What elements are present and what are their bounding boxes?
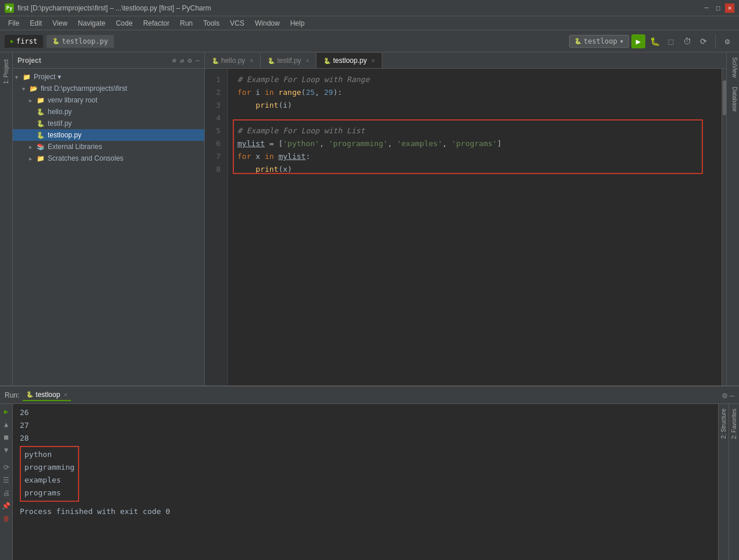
menu-refactor[interactable]: Refactor [138, 18, 174, 29]
run-list-icon[interactable]: ☰ [1, 475, 12, 485]
panel-icon-add[interactable]: ⊕ [172, 56, 176, 65]
var-x: x [255, 152, 265, 161]
line-num-2: 2 [207, 86, 225, 99]
indent-2 [237, 165, 255, 173]
editor-tab-testif[interactable]: 🐍 testif.py × [261, 53, 317, 68]
structure-label[interactable]: 2: Structure [719, 404, 728, 444]
run-down-icon[interactable]: ▼ [1, 445, 12, 455]
fn-print-1: print [255, 101, 278, 109]
editor-tab-testloop-close[interactable]: × [371, 58, 375, 64]
line-numbers: 1 2 3 4 5 6 7 8 [205, 69, 228, 385]
folder-icon-venv: 📁 [36, 95, 45, 105]
output-process-msg: Process finished with exit code 0 [20, 505, 711, 518]
code-line-4 [237, 112, 712, 125]
window-title: first [D:\pycharmprojects\first] – ...\t… [17, 4, 211, 12]
sciview-label[interactable]: SciView [727, 52, 739, 82]
str-python: 'python' [283, 139, 319, 148]
run-stop-icon[interactable]: ■ [1, 432, 12, 442]
folder-icon-extlibs: 📚 [36, 142, 45, 151]
tree-item-venv[interactable]: ▸ 📁 venv library root [13, 94, 204, 106]
tree-label-extlibs: External Libraries [48, 143, 102, 151]
menu-file[interactable]: File [3, 18, 24, 29]
menu-view[interactable]: View [48, 18, 72, 29]
code-line-6: mylist = ['python', 'programming', 'exam… [237, 137, 712, 150]
editor-tab-testif-close[interactable]: × [306, 58, 310, 64]
py-icon-testloop: 🐍 [36, 130, 45, 140]
tree-item-scratches[interactable]: ▸ 📁 Scratches and Consoles [13, 153, 204, 164]
run-rerun-icon[interactable]: ⟳ [1, 462, 12, 473]
tree-item-root[interactable]: ▾ 📁 Project ▾ [13, 71, 204, 83]
editor-tab-hello[interactable]: 🐍 hello.py × [205, 53, 261, 68]
bottom-tab-testloop[interactable]: 🐍 testloop × [23, 389, 70, 401]
settings-toolbar-button[interactable]: ⚙ [720, 34, 734, 48]
toolbar-tab-testloop[interactable]: 🐍 testloop.py [47, 35, 113, 48]
close-button[interactable]: ✕ [725, 3, 734, 13]
num-25: 25 [305, 88, 315, 97]
project-panel-label[interactable]: 1: Project [2, 57, 10, 86]
menu-vcs[interactable]: VCS [225, 18, 249, 29]
tree-item-testloop[interactable]: 🐍 testloop.py [13, 129, 204, 141]
kw-for-2: for [237, 152, 255, 161]
str-programming: 'programming' [329, 139, 388, 148]
menu-help[interactable]: Help [286, 18, 310, 29]
run-print-icon[interactable]: 🖨 [1, 488, 12, 498]
py-icon-testif: 🐍 [36, 119, 45, 128]
tree-item-testif[interactable]: 🐍 testif.py [13, 118, 204, 129]
tree-arrow-first: ▾ [22, 86, 29, 92]
bottom-minimize-icon[interactable]: – [730, 391, 734, 400]
tree-label-testloop: testloop.py [48, 131, 81, 139]
minimize-button[interactable]: ─ [702, 3, 711, 13]
menu-edit[interactable]: Edit [25, 18, 47, 29]
editor-tab-hello-close[interactable]: × [250, 58, 253, 64]
run-pin-icon[interactable]: 📌 [1, 501, 12, 511]
tree-label-testif: testif.py [48, 119, 72, 127]
code-editor[interactable]: # Example For Loop with Range for i in r… [228, 69, 722, 385]
tree-item-hello[interactable]: 🐍 hello.py [13, 106, 204, 118]
tree-item-first[interactable]: ▾ 📂 first D:\pycharmprojects\first [13, 83, 204, 94]
editor-area: 🐍 hello.py × 🐍 testif.py × 🐍 testloop.py… [205, 52, 726, 385]
maximize-button[interactable]: □ [713, 3, 723, 13]
tree-label-first: first D:\pycharmprojects\first [41, 84, 127, 93]
toolbar-tab-first[interactable]: ▶ first [5, 35, 43, 48]
run-play-icon[interactable]: ▶ [1, 406, 12, 417]
debug-button[interactable]: 🐛 [648, 34, 662, 48]
line-num-8: 8 [207, 163, 225, 176]
bottom-tab-close-icon[interactable]: × [63, 391, 67, 398]
favorites-label[interactable]: 2: Favorites [730, 404, 738, 444]
menu-window[interactable]: Window [250, 18, 285, 29]
menu-tools[interactable]: Tools [198, 18, 224, 29]
panel-icon-settings[interactable]: ⚙ [188, 56, 192, 65]
fn-print-2: print [255, 165, 278, 173]
run-up-icon[interactable]: ▲ [1, 419, 12, 430]
str-examples: 'examples' [397, 139, 442, 148]
run-config-selector[interactable]: 🐍 testloop ▾ [569, 35, 629, 48]
bottom-settings-icon[interactable]: ⚙ [722, 391, 727, 400]
menu-code[interactable]: Code [111, 18, 137, 29]
bottom-panel: Run: 🐍 testloop × ⚙ – ▶ ▲ ■ ▼ ⟳ ☰ 🖨 📌 🗑 … [0, 385, 739, 560]
folder-icon-root: 📁 [22, 72, 31, 81]
panel-icon-minimize[interactable]: – [196, 56, 200, 65]
tree-label-hello: hello.py [48, 108, 72, 116]
editor-scrollbar-thumb[interactable] [723, 80, 726, 115]
tree-label-venv: venv library root [48, 96, 97, 104]
code-container: 1 2 3 4 5 6 7 8 # Example For Loop with … [205, 69, 726, 385]
editor-tab-testloop[interactable]: 🐍 testloop.py × [317, 53, 382, 68]
output-programs: programs [24, 487, 74, 499]
editor-scrollbar[interactable] [722, 69, 726, 385]
profile-button[interactable]: ⏱ [680, 34, 694, 48]
coverage-button[interactable]: ⬚ [664, 34, 678, 48]
title-bar: Py first [D:\pycharmprojects\first] – ..… [0, 0, 739, 16]
menu-run[interactable]: Run [175, 18, 197, 29]
database-label[interactable]: Database [727, 82, 739, 116]
str-programs: 'programs' [452, 139, 497, 148]
tree-item-extlibs[interactable]: ▸ 📚 External Libraries [13, 141, 204, 153]
code-line-7: for x in mylist: [237, 150, 712, 163]
run-trash-icon[interactable]: 🗑 [1, 513, 12, 524]
menu-navigate[interactable]: Navigate [73, 18, 110, 29]
panel-icon-sync[interactable]: ⇄ [180, 56, 184, 65]
fn-range: range [278, 88, 301, 97]
py-icon-hello: 🐍 [36, 107, 45, 116]
kw-for-1: for [237, 88, 255, 97]
concurrency-button[interactable]: ⟳ [697, 34, 710, 48]
run-button[interactable]: ▶ [631, 34, 645, 48]
